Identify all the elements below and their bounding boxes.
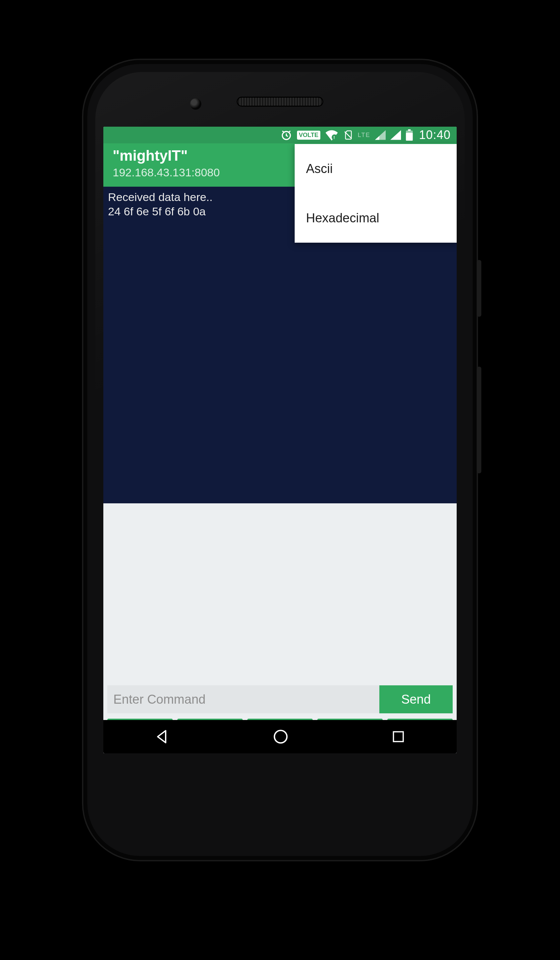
nav-recent-icon[interactable] xyxy=(391,729,406,744)
status-clock: 10:40 xyxy=(419,128,451,142)
android-nav-bar xyxy=(103,720,457,754)
alarm-icon xyxy=(280,129,292,141)
svg-rect-6 xyxy=(408,130,411,131)
battery-icon xyxy=(406,130,413,141)
android-status-bar: VOLTE ! LTE xyxy=(103,126,457,143)
menu-item-ascii[interactable]: Ascii xyxy=(295,144,457,194)
command-input[interactable] xyxy=(107,685,379,713)
svg-point-7 xyxy=(274,730,287,743)
encoding-menu: Ascii Hexadecimal xyxy=(295,144,457,243)
no-sim-icon xyxy=(343,130,353,140)
svg-rect-5 xyxy=(406,133,413,141)
phone-front-camera xyxy=(190,98,201,110)
send-button[interactable]: Send xyxy=(379,685,453,713)
wifi-icon: ! xyxy=(325,130,338,141)
network-type-label: LTE xyxy=(358,132,370,139)
svg-rect-8 xyxy=(393,732,403,741)
signal-weak-icon xyxy=(375,130,386,140)
phone-earpiece xyxy=(237,97,323,107)
svg-text:!: ! xyxy=(333,135,335,140)
nav-back-icon[interactable] xyxy=(154,729,170,745)
volte-badge: VOLTE xyxy=(297,131,321,140)
nav-home-icon[interactable] xyxy=(272,728,289,745)
signal-full-icon xyxy=(390,130,401,140)
menu-item-hexadecimal[interactable]: Hexadecimal xyxy=(295,194,457,243)
